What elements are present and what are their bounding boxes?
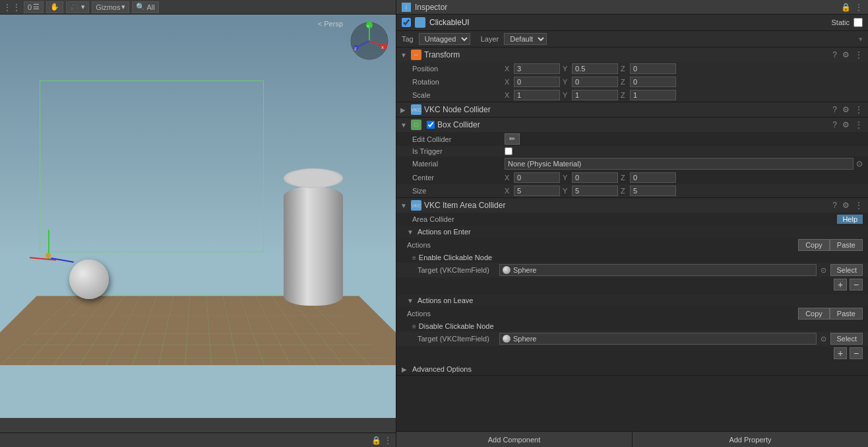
vkc-node-help-btn[interactable]: ? bbox=[831, 105, 838, 114]
actions-leave-copy-btn[interactable]: Copy bbox=[798, 308, 830, 320]
enter-target-circle-btn[interactable]: ⊙ bbox=[819, 266, 828, 275]
leave-action-item: ≡ Disable Clickable Node bbox=[396, 321, 868, 331]
edit-collider-btn[interactable]: ✏ bbox=[505, 133, 520, 145]
add-property-btn[interactable]: Add Property bbox=[633, 432, 868, 447]
is-trigger-checkbox[interactable] bbox=[505, 147, 512, 155]
scene-layer-count[interactable]: 0 ☰ bbox=[24, 1, 44, 13]
center-x-input[interactable] bbox=[514, 172, 560, 183]
position-x-input[interactable] bbox=[514, 63, 560, 74]
transform-actions: ? ⚙ ⋮ bbox=[831, 50, 864, 59]
inspector-content[interactable]: ▼ ↔ Transform ? ⚙ ⋮ Position X bbox=[396, 48, 868, 431]
layer-dropdown[interactable]: Default bbox=[504, 33, 547, 45]
scene-camera-btn[interactable]: 🎥 ▾ bbox=[66, 1, 89, 13]
vkc-item-area-actions: ? ⚙ ⋮ bbox=[831, 201, 864, 210]
box-collider-help-btn[interactable]: ? bbox=[831, 120, 838, 129]
static-checkbox[interactable] bbox=[853, 18, 863, 27]
vkc-item-area-expand-arrow: ▼ bbox=[400, 202, 408, 209]
leave-plus-btn[interactable]: + bbox=[834, 347, 847, 359]
vkc-item-area-header[interactable]: ▼ VKC VKC Item Area Collider ? ⚙ ⋮ bbox=[396, 198, 868, 213]
actions-leave-paste-btn[interactable]: Paste bbox=[830, 308, 863, 320]
box-collider-checkbox[interactable] bbox=[427, 121, 435, 129]
svg-text:X: X bbox=[381, 46, 384, 50]
actions-on-enter-divider[interactable]: ▼ Actions on Enter bbox=[396, 226, 868, 238]
position-z-input[interactable] bbox=[630, 63, 676, 74]
transform-more-btn[interactable]: ⋮ bbox=[853, 50, 864, 59]
scene-all-btn[interactable]: 🔍 All bbox=[132, 1, 158, 13]
center-x-label: X bbox=[505, 174, 512, 182]
material-select-btn[interactable]: ⊙ bbox=[856, 159, 863, 168]
vkc-node-settings-btn[interactable]: ⚙ bbox=[841, 105, 851, 114]
vkc-node-collider-header[interactable]: ▶ VKC VKC Node Collider ? ⚙ ⋮ bbox=[396, 102, 868, 117]
position-x-field: X bbox=[505, 63, 560, 74]
leave-target-circle-btn[interactable]: ⊙ bbox=[819, 335, 828, 343]
box-collider-more-btn[interactable]: ⋮ bbox=[853, 120, 864, 129]
leave-minus-btn[interactable]: − bbox=[850, 347, 863, 359]
rotation-x-input[interactable] bbox=[514, 77, 560, 87]
vkc-node-collider-section: ▶ VKC VKC Node Collider ? ⚙ ⋮ bbox=[396, 102, 868, 118]
center-y-input[interactable] bbox=[572, 172, 618, 183]
edit-collider-pencil-icon: ✏ bbox=[509, 135, 515, 143]
box-collider-settings-btn[interactable]: ⚙ bbox=[841, 120, 851, 129]
vkc-item-area-section: ▼ VKC VKC Item Area Collider ? ⚙ ⋮ Area … bbox=[396, 198, 868, 376]
actions-on-enter-label: Actions on Enter bbox=[418, 228, 471, 236]
layer-label: Layer bbox=[481, 35, 499, 43]
size-x-input[interactable] bbox=[514, 186, 560, 196]
add-component-btn[interactable]: Add Component bbox=[396, 432, 633, 447]
center-row: Center X Y Z bbox=[396, 171, 868, 184]
object-header: ClickableUI Static bbox=[396, 15, 868, 31]
vkc-item-area-more-btn[interactable]: ⋮ bbox=[853, 201, 864, 210]
scene-menu-icon[interactable]: ⋮ bbox=[384, 436, 392, 445]
actions-on-leave-divider[interactable]: ▼ Actions on Leave bbox=[396, 294, 868, 306]
scale-x-input[interactable] bbox=[514, 90, 560, 100]
transform-settings-btn[interactable]: ⚙ bbox=[841, 50, 851, 59]
actions-enter-copy-btn[interactable]: Copy bbox=[798, 239, 830, 251]
scene-hand-btn[interactable]: ✋ bbox=[46, 1, 63, 13]
box-collider-header[interactable]: ▼ □ Box Collider ? ⚙ ⋮ bbox=[396, 118, 868, 132]
size-y-label: Y bbox=[563, 187, 571, 195]
actions-on-leave-label: Actions on Leave bbox=[418, 296, 473, 304]
position-y-input[interactable] bbox=[572, 63, 618, 74]
rotation-xyz: X Y Z bbox=[505, 77, 863, 87]
size-row: Size X Y Z bbox=[396, 184, 868, 197]
scene-gizmos-btn[interactable]: Gizmos ▾ bbox=[92, 1, 129, 13]
inspector-lock-btn[interactable]: 🔒 bbox=[841, 3, 851, 12]
inspector-title: Inspector bbox=[415, 3, 447, 12]
transform-header[interactable]: ▼ ↔ Transform ? ⚙ ⋮ bbox=[396, 48, 868, 62]
material-value-container: None (Physic Material) bbox=[505, 158, 853, 170]
position-y-label: Y bbox=[563, 65, 571, 73]
rotation-z-input[interactable] bbox=[630, 77, 676, 87]
leave-select-btn[interactable]: Select bbox=[830, 333, 863, 345]
center-z-input[interactable] bbox=[630, 172, 676, 183]
vkc-item-area-help-btn[interactable]: ? bbox=[831, 201, 838, 210]
inspector-panel: i Inspector 🔒 ⋮ ClickableUI Static Tag U… bbox=[396, 0, 868, 447]
object-icon bbox=[415, 17, 425, 28]
tag-dropdown[interactable]: Untagged bbox=[419, 33, 470, 45]
rotation-y-input[interactable] bbox=[572, 77, 618, 87]
transform-help-btn[interactable]: ? bbox=[831, 50, 838, 59]
scene-lock-icon[interactable]: 🔒 bbox=[371, 436, 381, 445]
vkc-node-expand-arrow: ▶ bbox=[400, 106, 408, 114]
scene-top-dots: ⋮⋮ bbox=[3, 2, 21, 13]
center-label: Center bbox=[412, 174, 505, 182]
enter-minus-btn[interactable]: − bbox=[850, 279, 863, 291]
object-active-checkbox[interactable] bbox=[402, 18, 411, 27]
sphere-object[interactable] bbox=[69, 259, 109, 299]
cylinder-object[interactable] bbox=[284, 187, 343, 306]
inspector-more-btn[interactable]: ⋮ bbox=[855, 3, 863, 12]
vkc-item-area-settings-btn[interactable]: ⚙ bbox=[841, 201, 851, 210]
vkc-node-actions: ? ⚙ ⋮ bbox=[831, 105, 864, 114]
scale-z-input[interactable] bbox=[630, 90, 676, 100]
transform-name: Transform bbox=[424, 50, 460, 59]
transform-expand-arrow: ▼ bbox=[400, 52, 408, 59]
size-y-input[interactable] bbox=[572, 186, 618, 196]
position-xyz: X Y Z bbox=[505, 63, 863, 74]
enter-select-btn[interactable]: Select bbox=[830, 264, 863, 276]
advanced-options-row[interactable]: ▶ Advanced Options bbox=[396, 363, 868, 375]
size-z-input[interactable] bbox=[630, 186, 676, 196]
enter-plus-btn[interactable]: + bbox=[834, 279, 847, 291]
vkc-node-more-btn[interactable]: ⋮ bbox=[853, 105, 864, 114]
actions-enter-paste-btn[interactable]: Paste bbox=[830, 239, 863, 251]
area-collider-row: Area Collider Help bbox=[396, 213, 868, 226]
area-help-btn[interactable]: Help bbox=[837, 215, 863, 224]
scale-y-input[interactable] bbox=[572, 90, 618, 100]
